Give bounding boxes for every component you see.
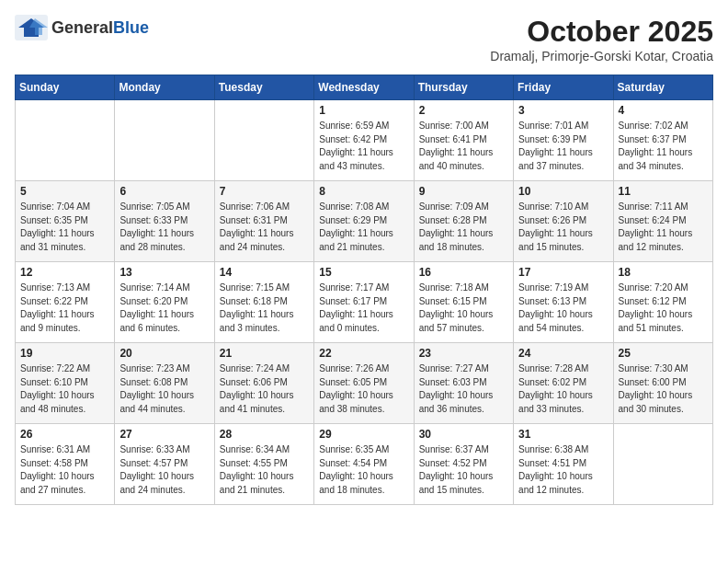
calendar-cell: 6Sunrise: 7:05 AM Sunset: 6:33 PM Daylig…	[115, 181, 214, 262]
calendar-cell: 21Sunrise: 7:24 AM Sunset: 6:06 PM Dayli…	[214, 343, 313, 424]
calendar-cell: 28Sunrise: 6:34 AM Sunset: 4:55 PM Dayli…	[214, 424, 313, 505]
logo-general-text: General	[51, 18, 113, 37]
day-number: 22	[319, 347, 408, 360]
day-info: Sunrise: 6:33 AM Sunset: 4:57 PM Dayligh…	[119, 443, 209, 497]
logo-blue-text: Blue	[113, 18, 149, 37]
calendar-cell: 31Sunrise: 6:38 AM Sunset: 4:51 PM Dayli…	[514, 424, 613, 505]
day-info: Sunrise: 7:30 AM Sunset: 6:00 PM Dayligh…	[619, 362, 708, 416]
day-number: 10	[518, 185, 608, 198]
day-info: Sunrise: 7:23 AM Sunset: 6:08 PM Dayligh…	[119, 362, 209, 416]
day-info: Sunrise: 7:08 AM Sunset: 6:29 PM Dayligh…	[319, 201, 408, 254]
calendar-cell: 5Sunrise: 7:04 AM Sunset: 6:35 PM Daylig…	[16, 181, 115, 262]
calendar-cell: 3Sunrise: 7:01 AM Sunset: 6:39 PM Daylig…	[514, 100, 613, 181]
calendar-cell: 18Sunrise: 7:20 AM Sunset: 6:12 PM Dayli…	[613, 262, 712, 343]
day-info: Sunrise: 7:26 AM Sunset: 6:05 PM Dayligh…	[319, 362, 408, 416]
calendar-cell: 30Sunrise: 6:37 AM Sunset: 4:52 PM Dayli…	[414, 424, 513, 505]
weekday-header-row: SundayMondayTuesdayWednesdayThursdayFrid…	[16, 75, 713, 100]
day-info: Sunrise: 7:09 AM Sunset: 6:28 PM Dayligh…	[419, 201, 508, 254]
logo: GeneralBlue	[15, 15, 149, 40]
weekday-header: Sunday	[16, 75, 115, 100]
calendar-cell: 22Sunrise: 7:26 AM Sunset: 6:05 PM Dayli…	[314, 343, 414, 424]
day-info: Sunrise: 7:14 AM Sunset: 6:20 PM Dayligh…	[119, 282, 209, 335]
calendar-cell	[214, 100, 313, 181]
title-block: October 2025 Dramalj, Primorje-Gorski Ko…	[490, 15, 713, 63]
calendar-cell: 25Sunrise: 7:30 AM Sunset: 6:00 PM Dayli…	[613, 343, 712, 424]
day-info: Sunrise: 7:19 AM Sunset: 6:13 PM Dayligh…	[518, 282, 608, 335]
day-number: 20	[119, 347, 209, 360]
day-info: Sunrise: 7:15 AM Sunset: 6:18 PM Dayligh…	[220, 282, 309, 335]
day-number: 4	[619, 104, 708, 117]
day-info: Sunrise: 6:59 AM Sunset: 6:42 PM Dayligh…	[319, 120, 408, 173]
calendar-cell: 27Sunrise: 6:33 AM Sunset: 4:57 PM Dayli…	[115, 424, 214, 505]
calendar-location: Dramalj, Primorje-Gorski Kotar, Croatia	[490, 49, 713, 63]
calendar-cell: 19Sunrise: 7:22 AM Sunset: 6:10 PM Dayli…	[16, 343, 115, 424]
weekday-header: Friday	[514, 75, 613, 100]
calendar-week-row: 26Sunrise: 6:31 AM Sunset: 4:58 PM Dayli…	[16, 424, 713, 505]
calendar-cell: 17Sunrise: 7:19 AM Sunset: 6:13 PM Dayli…	[514, 262, 613, 343]
page-header: GeneralBlue October 2025 Dramalj, Primor…	[15, 15, 713, 63]
day-info: Sunrise: 7:05 AM Sunset: 6:33 PM Dayligh…	[119, 201, 209, 254]
day-number: 27	[119, 428, 209, 441]
calendar-cell: 29Sunrise: 6:35 AM Sunset: 4:54 PM Dayli…	[314, 424, 414, 505]
day-info: Sunrise: 7:13 AM Sunset: 6:22 PM Dayligh…	[20, 282, 109, 335]
logo-icon	[15, 15, 48, 40]
day-info: Sunrise: 7:22 AM Sunset: 6:10 PM Dayligh…	[20, 362, 109, 416]
calendar-cell: 7Sunrise: 7:06 AM Sunset: 6:31 PM Daylig…	[214, 181, 313, 262]
calendar-week-row: 19Sunrise: 7:22 AM Sunset: 6:10 PM Dayli…	[16, 343, 713, 424]
day-info: Sunrise: 7:18 AM Sunset: 6:15 PM Dayligh…	[419, 282, 508, 335]
day-info: Sunrise: 6:34 AM Sunset: 4:55 PM Dayligh…	[220, 443, 309, 497]
day-info: Sunrise: 6:38 AM Sunset: 4:51 PM Dayligh…	[518, 443, 608, 497]
day-number: 14	[220, 266, 309, 279]
day-info: Sunrise: 7:27 AM Sunset: 6:03 PM Dayligh…	[419, 362, 508, 416]
day-number: 21	[220, 347, 309, 360]
calendar-cell: 12Sunrise: 7:13 AM Sunset: 6:22 PM Dayli…	[16, 262, 115, 343]
day-number: 28	[220, 428, 309, 441]
calendar-cell: 15Sunrise: 7:17 AM Sunset: 6:17 PM Dayli…	[314, 262, 414, 343]
day-number: 1	[319, 104, 408, 117]
weekday-header: Wednesday	[314, 75, 414, 100]
day-info: Sunrise: 6:35 AM Sunset: 4:54 PM Dayligh…	[319, 443, 408, 497]
calendar-cell: 8Sunrise: 7:08 AM Sunset: 6:29 PM Daylig…	[314, 181, 414, 262]
day-number: 16	[419, 266, 508, 279]
day-info: Sunrise: 7:24 AM Sunset: 6:06 PM Dayligh…	[220, 362, 309, 416]
day-info: Sunrise: 7:04 AM Sunset: 6:35 PM Dayligh…	[20, 201, 109, 254]
day-info: Sunrise: 7:17 AM Sunset: 6:17 PM Dayligh…	[319, 282, 408, 335]
calendar-week-row: 1Sunrise: 6:59 AM Sunset: 6:42 PM Daylig…	[16, 100, 713, 181]
calendar-cell: 26Sunrise: 6:31 AM Sunset: 4:58 PM Dayli…	[16, 424, 115, 505]
day-number: 31	[518, 428, 608, 441]
day-info: Sunrise: 7:20 AM Sunset: 6:12 PM Dayligh…	[619, 282, 708, 335]
day-info: Sunrise: 6:37 AM Sunset: 4:52 PM Dayligh…	[419, 443, 508, 497]
day-info: Sunrise: 7:10 AM Sunset: 6:26 PM Dayligh…	[518, 201, 608, 254]
weekday-header: Saturday	[613, 75, 712, 100]
day-info: Sunrise: 7:00 AM Sunset: 6:41 PM Dayligh…	[419, 120, 508, 173]
calendar-cell: 16Sunrise: 7:18 AM Sunset: 6:15 PM Dayli…	[414, 262, 513, 343]
day-info: Sunrise: 6:31 AM Sunset: 4:58 PM Dayligh…	[20, 443, 109, 497]
calendar-cell: 14Sunrise: 7:15 AM Sunset: 6:18 PM Dayli…	[214, 262, 313, 343]
day-info: Sunrise: 7:28 AM Sunset: 6:02 PM Dayligh…	[518, 362, 608, 416]
day-number: 18	[619, 266, 708, 279]
day-info: Sunrise: 7:02 AM Sunset: 6:37 PM Dayligh…	[619, 120, 708, 173]
calendar-title: October 2025	[490, 15, 713, 49]
day-number: 8	[319, 185, 408, 198]
calendar-cell	[115, 100, 214, 181]
weekday-header: Tuesday	[214, 75, 313, 100]
calendar-cell: 4Sunrise: 7:02 AM Sunset: 6:37 PM Daylig…	[613, 100, 712, 181]
calendar-cell: 2Sunrise: 7:00 AM Sunset: 6:41 PM Daylig…	[414, 100, 513, 181]
day-number: 19	[20, 347, 109, 360]
calendar-cell: 1Sunrise: 6:59 AM Sunset: 6:42 PM Daylig…	[314, 100, 414, 181]
day-number: 5	[20, 185, 109, 198]
day-number: 23	[419, 347, 508, 360]
day-number: 9	[419, 185, 508, 198]
calendar-cell: 9Sunrise: 7:09 AM Sunset: 6:28 PM Daylig…	[414, 181, 513, 262]
calendar-cell: 24Sunrise: 7:28 AM Sunset: 6:02 PM Dayli…	[514, 343, 613, 424]
day-number: 17	[518, 266, 608, 279]
day-number: 12	[20, 266, 109, 279]
day-number: 15	[319, 266, 408, 279]
calendar-cell	[16, 100, 115, 181]
day-number: 30	[419, 428, 508, 441]
weekday-header: Monday	[115, 75, 214, 100]
day-info: Sunrise: 7:06 AM Sunset: 6:31 PM Dayligh…	[220, 201, 309, 254]
day-number: 24	[518, 347, 608, 360]
calendar-week-row: 5Sunrise: 7:04 AM Sunset: 6:35 PM Daylig…	[16, 181, 713, 262]
calendar-cell: 11Sunrise: 7:11 AM Sunset: 6:24 PM Dayli…	[613, 181, 712, 262]
